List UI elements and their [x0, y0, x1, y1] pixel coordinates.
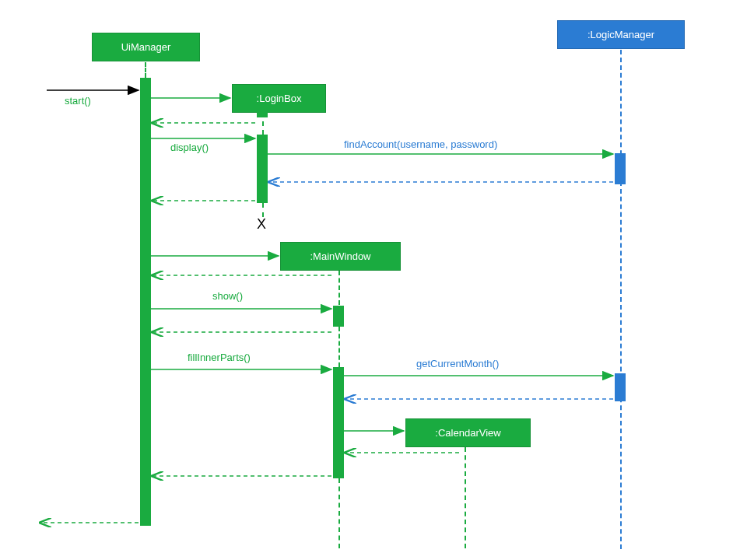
arrows-layer	[0, 0, 747, 560]
sequence-diagram: UiManager :LoginBox :LogicManager :MainW…	[0, 0, 747, 560]
